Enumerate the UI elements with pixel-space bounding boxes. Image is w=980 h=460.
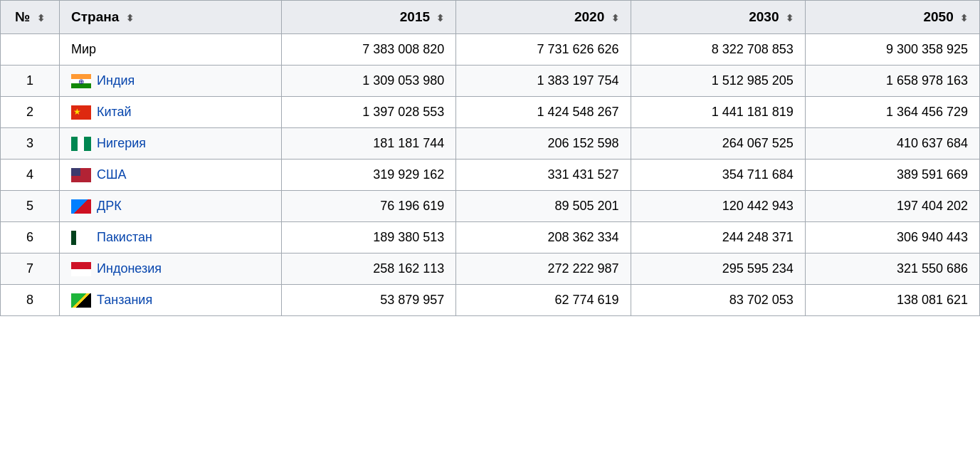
row-2020: 62 774 619 [456,285,631,316]
row-num: 8 [1,285,60,316]
row-num: 6 [1,222,60,253]
row-2030: 120 442 943 [631,191,805,222]
row-2050: 410 637 684 [805,128,979,160]
table-row: 3 Нигерия 181 181 744 206 152 598 264 06… [1,128,980,160]
row-2050: 1 364 456 729 [805,97,979,128]
flag-танзания [71,293,91,308]
row-num: 7 [1,253,60,285]
row-2020: 1 424 548 267 [456,97,631,128]
row-2020: 331 431 527 [456,160,631,191]
table-row: 8 Танзания 53 879 957 62 774 619 83 702 … [1,285,980,316]
row-num: 2 [1,97,60,128]
sort-icon-2020: ⬍ [611,13,619,23]
country-link[interactable]: Индонезия [97,261,162,276]
population-table-wrapper: № ⬍ Страна ⬍ 2015 ⬍ 2020 ⬍ 2030 ⬍ [0,0,980,316]
country-link[interactable]: Танзания [97,293,152,308]
row-country: США [60,160,282,191]
row-2030: 83 702 053 [631,285,805,316]
country-link[interactable]: США [97,167,127,182]
table-row: 6 Пакистан 189 380 513 208 362 334 244 2… [1,222,980,253]
row-num: 1 [1,66,60,97]
row-2020: 272 222 987 [456,253,631,285]
header-num[interactable]: № ⬍ [1,1,60,34]
row-2030: 1 512 985 205 [631,66,805,97]
row-country: ДРК [60,191,282,222]
country-link[interactable]: Китай [97,105,132,120]
flag-китай [71,105,91,120]
table-row: 5 ДРК 76 196 619 89 505 201 120 442 943 … [1,191,980,222]
row-2050: 389 591 669 [805,160,979,191]
sort-icon-num: ⬍ [37,13,45,23]
table-row: 4 США 319 929 162 331 431 527 354 711 68… [1,160,980,191]
row-2020: 206 152 598 [456,128,631,160]
table-row: 7 Индонезия 258 162 113 272 222 987 295 … [1,253,980,285]
header-2020[interactable]: 2020 ⬍ [456,1,631,34]
population-table: № ⬍ Страна ⬍ 2015 ⬍ 2020 ⬍ 2030 ⬍ [0,0,980,316]
world-2030: 8 322 708 853 [631,34,805,66]
sort-icon-2015: ⬍ [436,13,444,23]
row-country: Китай [60,97,282,128]
world-country: Мир [60,34,282,66]
flag-сша [71,168,91,182]
row-2015: 319 929 162 [282,160,456,191]
row-2015: 258 162 113 [282,253,456,285]
row-2050: 197 404 202 [805,191,979,222]
row-2030: 1 441 181 819 [631,97,805,128]
row-country: Танзания [60,285,282,316]
row-2015: 1 309 053 980 [282,66,456,97]
row-2020: 1 383 197 754 [456,66,631,97]
header-2050[interactable]: 2050 ⬍ [805,1,979,34]
flag-нигерия [71,137,91,151]
header-country[interactable]: Страна ⬍ [60,1,282,34]
row-2050: 1 658 978 163 [805,66,979,97]
row-country: Пакистан [60,222,282,253]
row-country: Нигерия [60,128,282,160]
flag-дрк [71,199,91,214]
country-link[interactable]: ДРК [97,199,122,214]
row-2030: 244 248 371 [631,222,805,253]
row-2015: 1 397 028 553 [282,97,456,128]
header-2030[interactable]: 2030 ⬍ [631,1,805,34]
row-2050: 306 940 443 [805,222,979,253]
row-country: Индонезия [60,253,282,285]
world-2015: 7 383 008 820 [282,34,456,66]
sort-icon-2030: ⬍ [786,13,794,23]
row-num: 3 [1,128,60,160]
flag-индонезия [71,262,91,276]
row-2050: 321 550 686 [805,253,979,285]
flag-индия [71,74,91,88]
table-header-row: № ⬍ Страна ⬍ 2015 ⬍ 2020 ⬍ 2030 ⬍ [1,1,980,34]
table-row-world: Мир 7 383 008 820 7 731 626 626 8 322 70… [1,34,980,66]
row-2050: 138 081 621 [805,285,979,316]
row-2015: 189 380 513 [282,222,456,253]
row-country: Индия [60,66,282,97]
world-num [1,34,60,66]
country-link[interactable]: Индия [97,73,135,88]
row-2030: 354 711 684 [631,160,805,191]
sort-icon-country: ⬍ [126,13,134,23]
header-2015[interactable]: 2015 ⬍ [282,1,456,34]
country-link[interactable]: Пакистан [97,230,152,245]
table-row: 1 Индия 1 309 053 980 1 383 197 754 1 51… [1,66,980,97]
country-link[interactable]: Нигерия [97,136,146,151]
row-2015: 53 879 957 [282,285,456,316]
row-2015: 181 181 744 [282,128,456,160]
row-num: 4 [1,160,60,191]
row-2030: 264 067 525 [631,128,805,160]
row-2020: 89 505 201 [456,191,631,222]
row-2015: 76 196 619 [282,191,456,222]
row-2030: 295 595 234 [631,253,805,285]
world-2050: 9 300 358 925 [805,34,979,66]
flag-пакистан [71,231,91,245]
world-2020: 7 731 626 626 [456,34,631,66]
table-row: 2 Китай 1 397 028 553 1 424 548 267 1 44… [1,97,980,128]
row-2020: 208 362 334 [456,222,631,253]
row-num: 5 [1,191,60,222]
sort-icon-2050: ⬍ [960,13,968,23]
